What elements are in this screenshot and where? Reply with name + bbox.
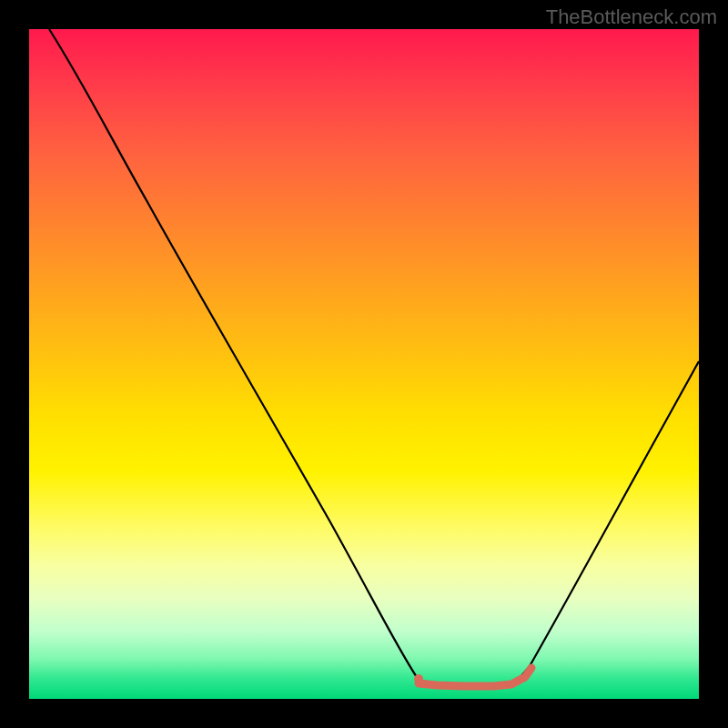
watermark-text: TheBottleneck.com — [546, 5, 717, 29]
curve-overlay — [29, 29, 699, 699]
bottleneck-curve-line — [49, 29, 699, 685]
optimal-range-marker — [419, 668, 531, 686]
plot-area — [29, 29, 699, 699]
